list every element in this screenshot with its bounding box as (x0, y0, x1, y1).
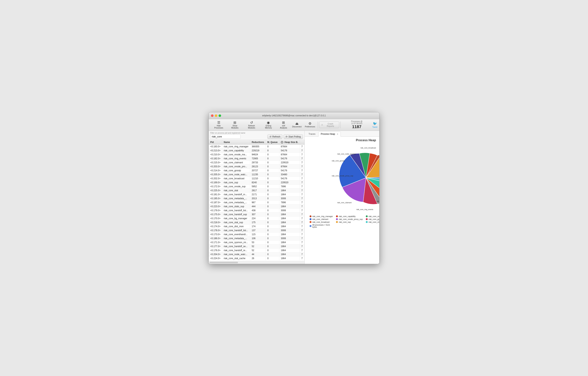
table-row[interactable]: <0.204.0>riak_core_node_watc...44018647 (209, 252, 304, 256)
table-cell: 52 (250, 244, 266, 248)
table-row[interactable]: <0.195.0>riak_core_metadata_...201303008… (209, 196, 304, 200)
table-row[interactable]: <0.176.0>riak_core_handoff_re...52018647 (209, 248, 304, 252)
show-modules-button[interactable]: ⊞ Show Modules (227, 120, 242, 130)
table-cell: 229219 (250, 148, 266, 153)
table-cell: 7 (300, 256, 304, 260)
table-cell: 0 (266, 148, 279, 153)
table-cell: 438 (250, 208, 266, 212)
tab-traces[interactable]: Traces (306, 132, 318, 136)
table-cell: riak_core_sysmon_mi... (222, 240, 250, 244)
pie-svg (332, 144, 379, 212)
erlang-memory-button[interactable]: ◉ Erlang Memory (261, 120, 276, 130)
table-cell: 0 (266, 208, 279, 212)
table-cell: 7 (300, 177, 304, 180)
table-row[interactable]: <0.187.0>riak_core_metadata_...967078967 (209, 200, 304, 204)
table-cell: <0.202.0> (209, 177, 222, 180)
process-label: Processes @ 11:57:58.915 (346, 120, 368, 124)
legend-item: riak_core_claimant (310, 218, 333, 220)
table-cell: 0 (266, 165, 279, 168)
scroll-thumb[interactable] (210, 262, 238, 263)
table-row[interactable]: <0.171.0>riak_core_sysmon_mi...53018647 (209, 240, 304, 244)
table-row[interactable]: <0.181.0>riak_core_handoff_m...217101864… (209, 192, 304, 196)
tab-close-icon[interactable]: ✕ (337, 133, 338, 135)
table-cell: riak_core_stats_sup (222, 204, 250, 208)
table-cell: <0.183.0> (209, 144, 222, 148)
table-row[interactable]: <0.182.0>riak_core_ring_events7290505417… (209, 156, 304, 160)
table-cell: <0.170.0> (209, 216, 222, 220)
crash-reports-button[interactable]: ⚠ Crash Reports (319, 122, 339, 128)
table-cell: riak_core_sup (222, 180, 250, 184)
table-cell: 7 (300, 165, 304, 168)
table-cell: <0.182.0> (209, 156, 222, 160)
legend-label: riak_core_vnode_proxy_sup (339, 218, 363, 220)
table-cell: 0 (266, 200, 279, 204)
chart-title: Process Heap (356, 139, 376, 142)
table-cell: 1864 (279, 248, 300, 252)
legend-label: riak_core_vnode_manager (369, 215, 379, 218)
xref-analysis-button[interactable]: ⊞ xref Analysis (277, 120, 290, 130)
table-cell: 967 (250, 200, 266, 204)
table-cell: 1864 (279, 256, 300, 260)
table-cell: <0.173.0> (209, 232, 222, 236)
hide-processes-button[interactable]: ☰ Hide Processes (211, 120, 227, 130)
table-row[interactable]: <0.186.0>riak_core_metadata_...106030087 (209, 236, 304, 240)
table-cell: 7 (300, 228, 304, 232)
maximize-button[interactable] (219, 114, 221, 117)
table-cell: 0 (266, 256, 279, 260)
table-row[interactable]: <0.218.0>riak_core_stat_sup175018647 (209, 220, 304, 224)
table-row[interactable]: <0.170.0>riak_core_bg_manager224018647 (209, 216, 304, 220)
table-row[interactable]: <0.173.0>riak_core_eventhandl...11501864… (209, 232, 304, 236)
tweet-button[interactable]: 🐦 Tweet (372, 122, 377, 128)
table-cell: 0 (266, 244, 279, 248)
table-cell: 7 (300, 216, 304, 220)
window-title: erlyberly-1462100278686@mac connected to… (262, 114, 326, 117)
table-row[interactable]: <0.205.0>riak_core_node_watc...112350334… (209, 172, 304, 177)
filter-input-row: ↺ Refresh ⟳ Start Polling (210, 134, 303, 139)
table-cell: <0.178.0> (209, 228, 222, 232)
right-panel: Traces Process Heap ✕ Process Heap (305, 131, 379, 264)
table-cell: <0.225.0> (209, 188, 222, 192)
refresh-modules-button[interactable]: ↺ Refresh Modules (243, 120, 260, 130)
table-row[interactable]: <0.203.0>riak_core_vnode_pro...281230876… (209, 165, 304, 168)
table-row[interactable]: <0.183.0>riak_core_ring_manager369355087… (209, 144, 304, 148)
table-cell: 7 (300, 212, 304, 216)
minimize-button[interactable] (215, 114, 217, 117)
table-cell: 229520 (279, 180, 300, 184)
tab-process-heap[interactable]: Process Heap ✕ (318, 132, 341, 137)
filter-input[interactable] (210, 134, 241, 139)
table-cell: <0.204.0> (209, 252, 222, 256)
table-row[interactable]: <0.224.0>riak_core_stat_cache26018647 (209, 256, 304, 260)
refresh-button[interactable]: ↺ Refresh (267, 134, 283, 139)
process-table-container[interactable]: Pid Name Reductions M. Queue Heap Size B… (209, 140, 304, 261)
preferences-button[interactable]: ⚙ Preferences (304, 121, 317, 129)
table-cell: riak_core_handoff_list... (222, 208, 250, 212)
table-row[interactable]: <0.179.0>riak_core_handoff_list...438030… (209, 208, 304, 212)
table-row[interactable]: <0.175.0>riak_core_handoff_sup307018647 (209, 212, 304, 216)
table-row[interactable]: <0.223.0>riak_core_stats_sup444018647 (209, 204, 304, 208)
table-cell: 7896 (279, 200, 300, 204)
close-button[interactable] (211, 114, 213, 117)
disconnect-button[interactable]: ⏏ Disconnect (291, 121, 303, 129)
table-row[interactable]: <0.178.0>riak_core_handoff_list...137030… (209, 228, 304, 232)
table-row[interactable]: <0.213.0>riak_core_capability22921905417… (209, 148, 304, 153)
table-row[interactable]: <0.174.0>riak_core_dist_mon174018647 (209, 224, 304, 228)
table-row[interactable]: <0.210.0>riak_core_vnode_ma...9462408766… (209, 153, 304, 156)
table-cell: 7 (300, 208, 304, 212)
table-row[interactable]: <0.169.0>riak_core_sup824002295207 (209, 180, 304, 184)
table-row[interactable]: <0.172.0>riak_core_vnode_sup5952078967 (209, 184, 304, 188)
col-pid: Pid (209, 140, 222, 145)
table-cell: <0.174.0> (209, 224, 222, 228)
table-cell: 7 (300, 224, 304, 228)
start-polling-button[interactable]: ⟳ Start Polling (284, 134, 303, 139)
table-row[interactable]: <0.214.0>riak_core_gossip207270541767 (209, 168, 304, 172)
table-cell: 1864 (279, 192, 300, 196)
table-cell: 0 (266, 204, 279, 208)
erlang-memory-label: Erlang Memory (262, 125, 275, 129)
table-row[interactable]: <0.225.0>riak_core_stat2817018647 (209, 188, 304, 192)
table-row[interactable]: <0.215.0>riak_core_claimant2973302295207 (209, 160, 304, 165)
horizontal-scrollbar[interactable] (209, 261, 304, 264)
table-cell: 0 (266, 168, 279, 172)
legend-item: riak_core_vnode_manager (366, 215, 379, 218)
table-row[interactable]: <0.202.0>riak_core_broadcast112100541767 (209, 177, 304, 180)
table-row[interactable]: <0.177.0>riak_core_handoff_se...52018647 (209, 244, 304, 248)
